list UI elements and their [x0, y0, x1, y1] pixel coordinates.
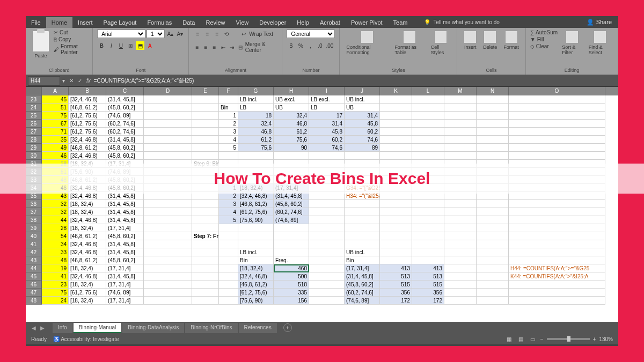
cell-O27[interactable]	[509, 128, 605, 136]
align-center-button[interactable]: ≡	[202, 43, 209, 51]
ribbon-tab-review[interactable]: Review	[200, 17, 230, 28]
cell-O47[interactable]	[509, 289, 605, 297]
row-header-40[interactable]: 40	[26, 232, 42, 240]
underline-button[interactable]: U	[116, 41, 125, 50]
cell-O38[interactable]	[509, 216, 605, 224]
indent-inc-button[interactable]: ⇥	[228, 43, 236, 51]
cell-F30[interactable]	[219, 152, 238, 160]
row-header-45[interactable]: 45	[26, 272, 42, 280]
cell-A28[interactable]: 35	[42, 136, 69, 144]
cell-F27[interactable]: 3	[219, 128, 238, 136]
cell-K26[interactable]	[380, 120, 412, 128]
cell-F47[interactable]	[219, 289, 238, 297]
cell-F39[interactable]	[219, 224, 238, 232]
cell-D28[interactable]	[144, 136, 192, 144]
cell-K38[interactable]	[380, 216, 412, 224]
clear-button[interactable]: ◇Clear	[530, 43, 558, 49]
cell-H30[interactable]	[274, 152, 309, 160]
cell-C40[interactable]: (45,8, 60,2]	[106, 232, 144, 240]
cell-O26[interactable]	[509, 120, 605, 128]
ribbon-tab-developer[interactable]: Developer	[254, 17, 291, 28]
cell-J46[interactable]: (45,8, 60,2]	[345, 280, 380, 289]
cell-M42[interactable]	[444, 248, 477, 256]
border-button[interactable]: ⊞	[126, 41, 135, 50]
cell-E42[interactable]	[192, 248, 219, 256]
cell-G46[interactable]: [46,8, 61,2)	[238, 280, 274, 289]
cell-D47[interactable]	[144, 289, 192, 297]
cell-B23[interactable]: [32,4, 46,8)	[69, 95, 106, 104]
cell-M45[interactable]	[444, 272, 477, 280]
cell-E25[interactable]	[192, 112, 219, 120]
cell-I38[interactable]	[309, 216, 345, 224]
name-box[interactable]	[28, 76, 60, 86]
cell-O29[interactable]	[509, 144, 605, 152]
cell-M41[interactable]	[444, 240, 477, 248]
cell-O36[interactable]	[509, 200, 605, 208]
cell-C36[interactable]: (31,4, 45,8]	[106, 200, 144, 208]
col-header-N[interactable]: N	[477, 87, 509, 95]
row-header-25[interactable]: 25	[26, 112, 42, 120]
cell-E46[interactable]	[192, 280, 219, 289]
cell-A36[interactable]: 32	[42, 200, 69, 208]
cell-J25[interactable]: 31,4	[345, 112, 380, 120]
cell-L39[interactable]	[412, 224, 444, 232]
cell-K24[interactable]	[380, 104, 412, 112]
cell-I40[interactable]	[309, 232, 345, 240]
col-header-B[interactable]: B	[69, 87, 106, 95]
cell-D45[interactable]	[144, 272, 192, 280]
cell-E36[interactable]	[192, 200, 219, 208]
cell-E47[interactable]	[192, 289, 219, 297]
cell-K27[interactable]	[380, 128, 412, 136]
cell-E40[interactable]: Step 7: Frequencies	[192, 232, 219, 240]
cell-O37[interactable]	[509, 208, 605, 216]
cell-K39[interactable]	[380, 224, 412, 232]
cell-L28[interactable]	[412, 136, 444, 144]
cell-H23[interactable]: UB excl.	[274, 95, 309, 104]
cell-M30[interactable]	[444, 152, 477, 160]
cell-B42[interactable]: [32,4, 46,8)	[69, 248, 106, 256]
cell-E41[interactable]	[192, 240, 219, 248]
cell-J42[interactable]: UB incl.	[345, 248, 380, 256]
cell-C24[interactable]: (45,8, 60,2]	[106, 104, 144, 112]
cell-H45[interactable]: 500	[274, 272, 309, 280]
currency-button[interactable]: $	[287, 41, 295, 50]
cell-M29[interactable]	[444, 144, 477, 152]
cell-N41[interactable]	[477, 240, 509, 248]
cell-C45[interactable]: (31,4, 45,8]	[106, 272, 144, 280]
cell-C38[interactable]: (31,4, 45,8]	[106, 216, 144, 224]
cell-C48[interactable]: (17, 31,4]	[106, 297, 144, 305]
cell-J24[interactable]: UB	[345, 104, 380, 112]
cell-A39[interactable]: 28	[42, 224, 69, 232]
cell-G23[interactable]: LB incl.	[238, 95, 274, 104]
cell-E28[interactable]	[192, 136, 219, 144]
cell-M25[interactable]	[444, 112, 477, 120]
ribbon-tab-insert[interactable]: Insert	[72, 17, 98, 28]
cell-L27[interactable]	[412, 128, 444, 136]
cell-E37[interactable]	[192, 208, 219, 216]
cell-F40[interactable]	[219, 232, 238, 240]
cell-E30[interactable]	[192, 152, 219, 160]
cell-B41[interactable]: [32,4, 46,8)	[69, 240, 106, 248]
cell-C47[interactable]: (74,6, 89]	[106, 289, 144, 297]
spreadsheet-grid[interactable]: ABCDEFGHIJKLMNO 2345[32,4, 46,8)(31,4, 4…	[26, 87, 618, 322]
cell-H46[interactable]: 518	[274, 280, 309, 289]
sheet-tab-binning-manual[interactable]: Binning-Manual	[74, 323, 122, 333]
cell-G28[interactable]: 61,2	[238, 136, 274, 144]
sheet-tab-binning-nrofbins[interactable]: Binning-NrOfBins	[185, 323, 237, 333]
select-all-corner[interactable]	[26, 87, 42, 95]
cell-H47[interactable]: 335	[274, 289, 309, 297]
cell-B30[interactable]: [32,4, 46,8)	[69, 152, 106, 160]
cell-M26[interactable]	[444, 120, 477, 128]
cell-F41[interactable]	[219, 240, 238, 248]
zoom-level[interactable]: 130%	[599, 336, 613, 342]
cell-J37[interactable]	[345, 208, 380, 216]
cell-O44[interactable]: H44: =COUNTIFS(A:A;">="&G25	[509, 264, 605, 272]
cell-N42[interactable]	[477, 248, 509, 256]
cell-B37[interactable]: [18, 32,4)	[69, 208, 106, 216]
ribbon-tab-home[interactable]: Home	[46, 17, 72, 28]
ribbon-tab-acrobat[interactable]: Acrobat	[314, 17, 346, 28]
cell-E48[interactable]	[192, 297, 219, 305]
col-header-F[interactable]: F	[219, 87, 238, 95]
cell-J40[interactable]	[345, 232, 380, 240]
comma-button[interactable]: ,	[306, 41, 314, 50]
